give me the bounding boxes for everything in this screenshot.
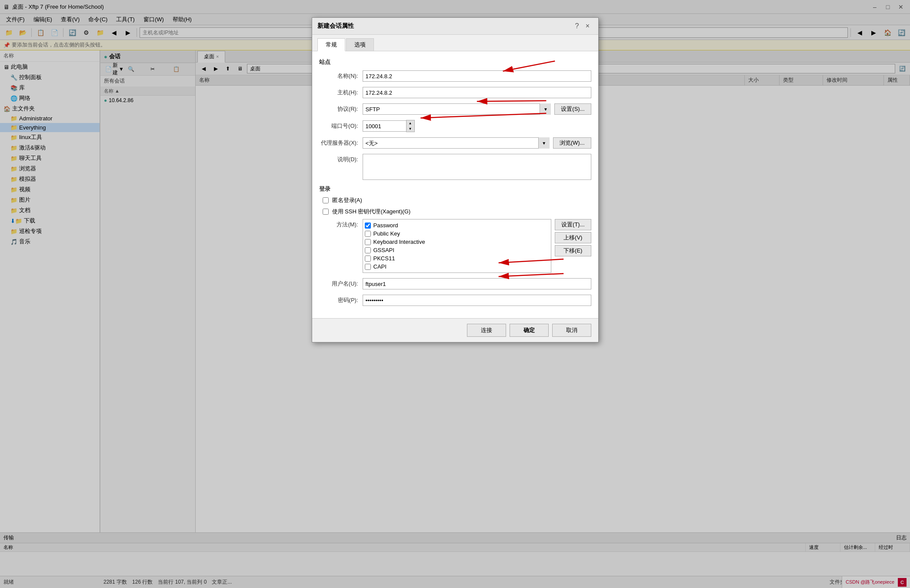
dialog-close-button[interactable]: ×	[583, 21, 593, 31]
dialog-title: 新建会话属性	[317, 22, 354, 30]
protocol-select[interactable]: SFTP FTP FTPS SCP	[363, 103, 551, 115]
protocol-select-wrapper: SFTP FTP FTPS SCP ▼	[363, 103, 551, 115]
port-down-btn[interactable]: ▼	[407, 126, 414, 132]
dialog-footer: 连接 确定 取消	[312, 318, 598, 342]
method-pubkey-checkbox[interactable]	[365, 231, 371, 237]
dialog-help-btn[interactable]: ?	[575, 22, 579, 30]
proxy-label: 代理服务器(X):	[319, 139, 363, 147]
protocol-row: 协议(R): SFTP FTP FTPS SCP ▼ 设置(S)...	[319, 103, 591, 115]
ssh-agent-checkbox[interactable]	[323, 209, 329, 215]
ok-btn[interactable]: 确定	[510, 324, 549, 337]
name-row: 名称(N):	[319, 70, 591, 82]
method-moveup-btn[interactable]: 上移(V)	[555, 232, 591, 243]
host-row: 主机(H):	[319, 87, 591, 98]
connect-btn[interactable]: 连接	[467, 324, 506, 337]
desc-wrapper	[363, 154, 591, 180]
desc-textarea[interactable]	[363, 154, 591, 180]
port-input-wrap: ▲ ▼	[363, 120, 415, 132]
desc-label: 说明(D):	[319, 154, 363, 163]
method-gssapi-checkbox[interactable]	[365, 247, 371, 253]
cancel-btn[interactable]: 取消	[552, 324, 591, 337]
proxy-row: 代理服务器(X): <无> ▼ 浏览(W)...	[319, 137, 591, 149]
method-pkcs11-checkbox[interactable]	[365, 256, 371, 262]
protocol-settings-btn[interactable]: 设置(S)...	[554, 103, 591, 115]
method-label: 方法(M):	[319, 219, 363, 229]
method-capi-label[interactable]: CAPI	[373, 263, 387, 270]
method-list: Password Public Key Keyboard Interactive…	[363, 219, 552, 273]
method-capi: CAPI	[365, 262, 550, 271]
method-settings-btn[interactable]: 设置(T)...	[555, 219, 591, 230]
port-spinner: ▲ ▼	[406, 120, 415, 132]
desc-row: 说明(D):	[319, 154, 591, 180]
method-pkcs11: PKCS11	[365, 254, 550, 262]
method-pkcs11-label[interactable]: PKCS11	[373, 255, 395, 262]
port-up-btn[interactable]: ▲	[407, 120, 414, 126]
method-password-label[interactable]: Password	[373, 222, 398, 229]
tab-general[interactable]: 常规	[317, 38, 345, 51]
method-side-btns: 设置(T)... 上移(V) 下移(E)	[555, 219, 591, 256]
dialog-overlay: 新建会话属性 ? × 常规 选项 站点 名称(N): 主机(H):	[0, 0, 910, 588]
password-row: 密码(P):	[319, 295, 591, 306]
password-input[interactable]	[363, 295, 591, 306]
method-gssapi-label[interactable]: GSSAPI	[373, 247, 394, 253]
dialog-title-bar: 新建会话属性 ? ×	[312, 18, 598, 35]
section-station: 站点	[319, 58, 591, 66]
username-label: 用户名(U):	[319, 280, 363, 288]
method-keyboard: Keyboard Interactive	[365, 238, 550, 246]
method-keyboard-label[interactable]: Keyboard Interactive	[373, 239, 425, 245]
host-label: 主机(H):	[319, 89, 363, 96]
name-input[interactable]	[363, 70, 591, 82]
proxy-select[interactable]: <无>	[363, 137, 550, 149]
method-password: Password	[365, 221, 550, 229]
method-pubkey: Public Key	[365, 229, 550, 238]
method-password-checkbox[interactable]	[365, 223, 371, 229]
host-input[interactable]	[363, 87, 591, 98]
proxy-select-wrapper: <无> ▼	[363, 137, 550, 149]
port-input[interactable]	[363, 120, 406, 132]
username-row: 用户名(U):	[319, 278, 591, 289]
new-session-dialog: 新建会话属性 ? × 常规 选项 站点 名称(N): 主机(H):	[312, 17, 599, 342]
ssh-agent-row: 使用 SSH 密钥代理(Xagent)(G)	[319, 208, 591, 216]
method-pubkey-label[interactable]: Public Key	[373, 230, 400, 237]
method-row: 方法(M): Password Public Key Keyboard Inte…	[319, 219, 591, 273]
method-gssapi: GSSAPI	[365, 246, 550, 254]
method-keyboard-checkbox[interactable]	[365, 239, 371, 245]
method-movedown-btn[interactable]: 下移(E)	[555, 245, 591, 256]
ssh-agent-label[interactable]: 使用 SSH 密钥代理(Xagent)(G)	[332, 208, 411, 216]
method-capi-checkbox[interactable]	[365, 264, 371, 270]
password-label: 密码(P):	[319, 296, 363, 304]
port-label: 端口号(O):	[319, 122, 363, 130]
port-row: 端口号(O): ▲ ▼	[319, 120, 591, 132]
anonymous-label[interactable]: 匿名登录(A)	[332, 196, 362, 204]
anonymous-checkbox[interactable]	[323, 197, 329, 203]
section-login: 登录	[319, 185, 591, 193]
tab-options[interactable]: 选项	[346, 38, 374, 51]
protocol-label: 协议(R):	[319, 105, 363, 113]
dialog-body: 站点 名称(N): 主机(H): 协议(R): SFTP FTP FTPS	[312, 51, 598, 318]
anonymous-row: 匿名登录(A)	[319, 196, 591, 204]
proxy-browse-btn[interactable]: 浏览(W)...	[553, 137, 591, 149]
username-input[interactable]	[363, 278, 591, 289]
name-label: 名称(N):	[319, 72, 363, 80]
dialog-tabs: 常规 选项	[312, 35, 598, 51]
